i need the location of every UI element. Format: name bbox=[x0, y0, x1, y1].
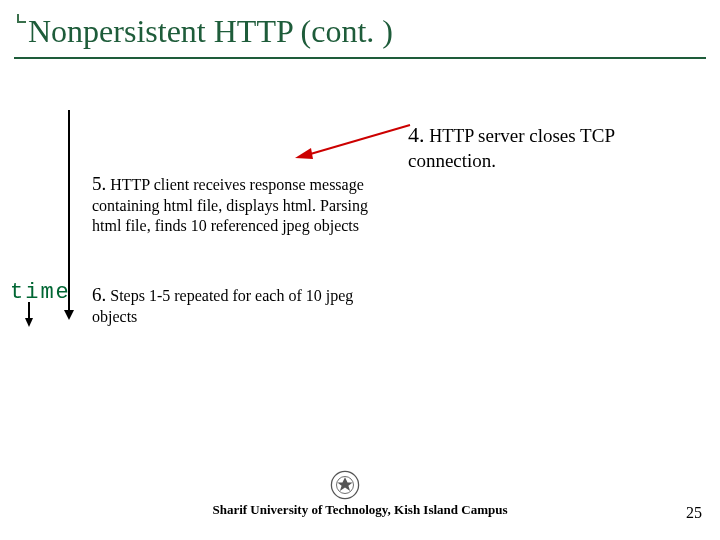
footer-text: Sharif University of Technology, Kish Is… bbox=[0, 502, 720, 518]
step-4-text-a: HTTP bbox=[429, 126, 478, 146]
step-5: 5. HTTP client receives response message… bbox=[92, 172, 392, 236]
university-seal-icon bbox=[328, 468, 362, 502]
arrowhead-down-icon bbox=[25, 318, 33, 327]
slide-title: Nonpersistent HTTP (cont. ) bbox=[14, 14, 706, 49]
step-6-number: 6. bbox=[92, 284, 106, 305]
svg-line-0 bbox=[307, 125, 410, 155]
step-5-text: HTTP client receives response message co… bbox=[92, 176, 368, 234]
step-4-number: 4. bbox=[408, 122, 425, 147]
svg-marker-1 bbox=[295, 148, 313, 159]
svg-marker-4 bbox=[337, 477, 352, 491]
time-label: time bbox=[10, 280, 71, 305]
page-number: 25 bbox=[686, 504, 702, 522]
step-6-text: Steps 1-5 repeated for each of 10 jpeg o… bbox=[92, 287, 353, 325]
arrowhead-down-icon bbox=[64, 310, 74, 320]
slide: Nonpersistent HTTP (cont. ) time 4. HTTP… bbox=[0, 0, 720, 540]
title-underline bbox=[14, 57, 706, 59]
title-corner-ornament bbox=[15, 14, 25, 24]
step-4: 4. HTTP server closes TCP connection. bbox=[408, 122, 698, 172]
time-axis-line bbox=[68, 110, 70, 312]
title-area: Nonpersistent HTTP (cont. ) bbox=[14, 14, 706, 59]
step-5-number: 5. bbox=[92, 173, 106, 194]
diagonal-arrow-icon bbox=[295, 125, 410, 165]
step-6: 6. Steps 1-5 repeated for each of 10 jpe… bbox=[92, 283, 392, 327]
